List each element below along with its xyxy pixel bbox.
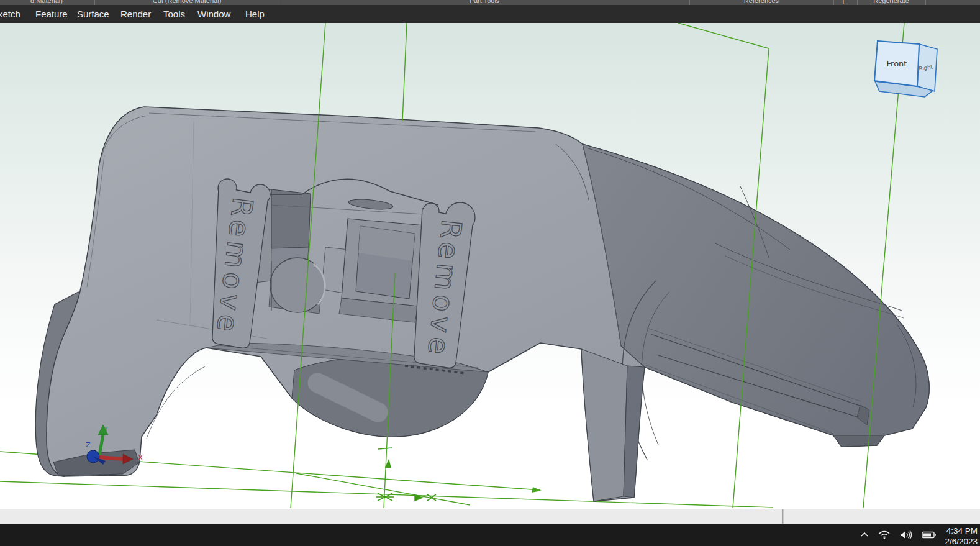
clock-time: 4:34 PM xyxy=(938,526,978,536)
ribbon-group-add-material[interactable]: d Material) xyxy=(0,0,93,5)
ribbon-group-references[interactable]: References xyxy=(689,0,833,5)
ribbon-divider xyxy=(689,0,690,5)
axis-y-label: Y xyxy=(104,426,108,432)
ribbon-group-part-tools[interactable]: Part Tools xyxy=(283,0,686,5)
mechanism-sloped-plate xyxy=(271,189,311,248)
axis-x-label: X xyxy=(138,453,143,462)
model-right-foot xyxy=(833,435,884,447)
battery-icon[interactable] xyxy=(922,530,937,540)
ribbon-toolbar-strip: d Material) Cut (Remove Material) Part T… xyxy=(0,0,980,5)
menu-item-help[interactable]: Help xyxy=(245,5,265,23)
menu-item-sketch[interactable]: ketch xyxy=(0,5,20,23)
ribbon-group-regenerate[interactable]: Regenerate xyxy=(857,0,925,5)
ribbon-group-cut-remove-material[interactable]: Cut (Remove Material) xyxy=(94,0,279,5)
windows-taskbar: 4:34 PM 2/6/2023 xyxy=(0,524,980,546)
cad-3d-viewport[interactable]: Remove Remove xyxy=(0,23,980,509)
wifi-icon[interactable] xyxy=(878,530,891,540)
ribbon-divider xyxy=(925,0,926,5)
chevron-up-icon[interactable] xyxy=(860,530,869,540)
status-bar xyxy=(0,509,980,524)
view-cube[interactable]: Front Right xyxy=(874,41,937,97)
view-cube-front-label: Front xyxy=(887,59,907,68)
ribbon-divider xyxy=(94,0,95,5)
ribbon-divider xyxy=(283,0,283,5)
menu-item-surface[interactable]: Surface xyxy=(77,5,109,23)
menu-item-tools[interactable]: Tools xyxy=(163,5,185,23)
cad-application-window: d Material) Cut (Remove Material) Part T… xyxy=(0,0,980,546)
volume-icon[interactable] xyxy=(899,530,913,540)
taskbar-clock[interactable]: 4:34 PM 2/6/2023 xyxy=(938,526,978,546)
system-tray xyxy=(860,524,937,546)
axis-z-label: Z xyxy=(86,441,91,449)
status-bar-divider xyxy=(782,509,784,524)
menu-bar: ketch Feature Surface Render Tools Windo… xyxy=(0,5,980,23)
menu-item-render[interactable]: Render xyxy=(120,5,151,23)
ribbon-divider xyxy=(833,0,834,5)
ribbon-group-plane-icon[interactable]: |_ xyxy=(833,0,857,5)
menu-item-feature[interactable]: Feature xyxy=(35,5,68,23)
clock-date: 2/6/2023 xyxy=(938,536,978,546)
ribbon-divider xyxy=(857,0,858,5)
menu-item-window[interactable]: Window xyxy=(197,5,230,23)
